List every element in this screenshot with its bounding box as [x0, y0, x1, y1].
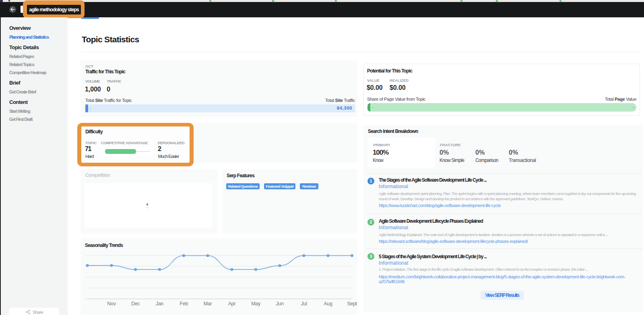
svg-text:Sept: Sept [347, 301, 357, 307]
svg-text:Jun: Jun [276, 301, 284, 307]
svg-text:Jul: Jul [301, 301, 307, 307]
svg-text:May: May [251, 301, 261, 307]
svg-text:Apr: Apr [228, 301, 236, 307]
svg-text:Dec: Dec [131, 301, 140, 307]
svg-text:Feb: Feb [180, 301, 188, 307]
svg-text:Nov: Nov [107, 301, 116, 307]
svg-text:Mar: Mar [204, 301, 212, 307]
svg-text:Aug: Aug [324, 301, 332, 307]
svg-text:Jan: Jan [156, 301, 164, 307]
